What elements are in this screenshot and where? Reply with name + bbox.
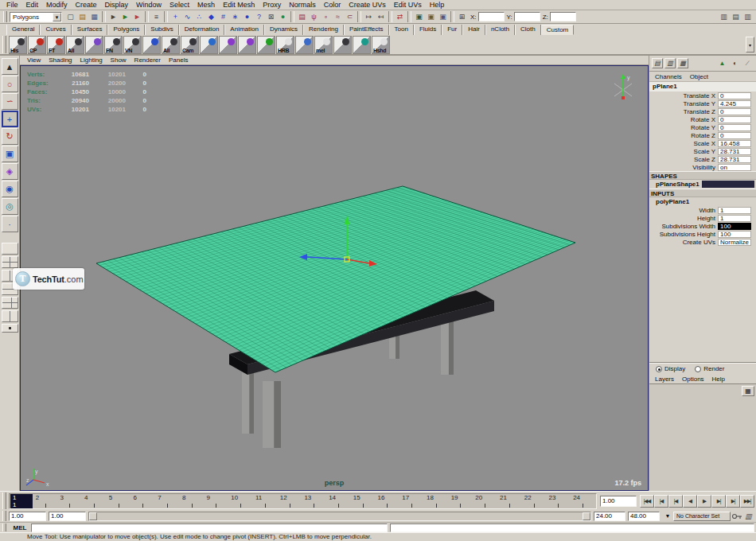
frame-tick[interactable]: 4	[83, 494, 107, 508]
menu-item[interactable]: Mesh	[193, 1, 219, 9]
snap-view-icon[interactable]: #	[217, 11, 229, 22]
channel-box-menu-item[interactable]: Channels	[651, 73, 686, 80]
shelf-item-ft[interactable]: FT	[47, 36, 65, 54]
shelf-tab[interactable]: Deformation	[179, 25, 225, 35]
paint-effects-icon[interactable]: ≈	[332, 11, 344, 22]
channel-label[interactable]: Scale Y	[649, 148, 718, 155]
layer-editor-menu-item[interactable]: Help	[708, 376, 729, 383]
step-back-frame-button[interactable]: |◀	[668, 495, 683, 508]
frame-tick[interactable]: 15	[352, 494, 376, 508]
channel-value-field[interactable]: 28.731	[718, 148, 751, 155]
channel-value-field[interactable]: 0	[718, 116, 751, 123]
layout-four-pane-button[interactable]	[2, 256, 18, 268]
shelf-tab[interactable]: Polygons	[107, 25, 145, 35]
channel-label[interactable]: Translate X	[649, 92, 718, 99]
select-tool[interactable]: ▲	[2, 58, 18, 75]
highlight-selection-icon[interactable]: ●	[277, 11, 289, 22]
shelf-item-play[interactable]	[257, 36, 275, 54]
shelf-grip[interactable]	[2, 36, 6, 53]
channel-sort-icon[interactable]: ▤	[652, 58, 663, 68]
shelf-item-sphere[interactable]	[85, 36, 103, 54]
menu-item[interactable]: Display	[101, 1, 133, 9]
input-connections-icon[interactable]: ↦	[363, 11, 375, 22]
channel-label[interactable]: Translate Y	[649, 100, 718, 107]
scale-tool[interactable]: ▣	[2, 146, 18, 162]
shelf-item-check[interactable]	[353, 36, 371, 54]
go-to-end-button[interactable]: ▶▶|	[740, 495, 754, 508]
chevron-down-icon[interactable]: ▼	[53, 13, 61, 21]
channel-value-field[interactable]: 0	[718, 124, 751, 131]
shape-node-name[interactable]: pPlaneShape1	[649, 180, 756, 189]
paint-select-tool[interactable]: ∽	[2, 93, 18, 110]
mel-command-input[interactable]	[31, 523, 388, 532]
animation-preferences-icon[interactable]: ▥	[742, 512, 754, 521]
channel-value-field[interactable]: 100	[718, 223, 751, 230]
shelf-tab[interactable]: Fur	[442, 25, 462, 35]
channel-label[interactable]: Subdivisions Height	[649, 231, 718, 238]
channel-hyperbolic-icon[interactable]: ▦	[677, 58, 688, 68]
frame-tick[interactable]: 24	[571, 494, 596, 508]
ipr-render-icon[interactable]: ▣	[425, 11, 437, 22]
command-line-grip[interactable]	[2, 523, 6, 531]
move-tool[interactable]: +	[2, 111, 18, 127]
shelf-tab[interactable]: Toon	[389, 25, 414, 35]
frame-tick[interactable]: 19	[450, 494, 474, 508]
character-set-selector[interactable]: No Character Set	[673, 512, 731, 521]
current-frame-indicator[interactable]: 11	[10, 494, 33, 508]
create-empty-layer-button[interactable]: ▦	[742, 386, 754, 396]
panel-menu-item[interactable]: Shading	[45, 56, 76, 64]
shelf-tab[interactable]: General	[6, 25, 40, 35]
go-to-start-button[interactable]: |◀◀	[640, 495, 654, 508]
frame-tick[interactable]: 9	[205, 494, 230, 508]
timeline-grip[interactable]	[2, 492, 6, 509]
step-forward-key-button[interactable]: ▶|	[726, 495, 740, 508]
menu-item[interactable]: Edit UVs	[390, 1, 426, 9]
attribute-editor-toggle-icon[interactable]: ▥	[718, 11, 730, 22]
menu-set-selector[interactable]: Polygons ▼	[10, 12, 62, 22]
shelf-tab[interactable]: Curves	[40, 25, 71, 35]
menu-item[interactable]: Edit	[22, 1, 43, 9]
range-grip[interactable]	[2, 511, 6, 521]
shelf-tab[interactable]: Dynamics	[264, 25, 303, 35]
range-bar[interactable]	[88, 512, 591, 521]
shelf-tab[interactable]: Rendering	[303, 25, 344, 35]
frame-tick[interactable]: 5	[107, 494, 132, 508]
channel-value-field[interactable]: 16.458	[718, 140, 751, 147]
new-scene-icon[interactable]: ▢	[64, 11, 76, 22]
channel-value-field[interactable]: 0	[718, 132, 751, 139]
tool-settings-toggle-icon[interactable]: ▤	[730, 11, 742, 22]
menu-item[interactable]: File	[2, 1, 22, 9]
statusline-grip[interactable]	[3, 11, 7, 22]
animation-start-field[interactable]	[9, 512, 46, 521]
menu-item[interactable]: Proxy	[259, 1, 285, 9]
panel-menu-item[interactable]: Renderer	[131, 56, 165, 64]
shelf-item-zigzag[interactable]	[333, 36, 352, 54]
shelf-item-hrb[interactable]: HRB	[276, 36, 294, 54]
channel-label[interactable]: Height	[649, 215, 718, 222]
shelf-tab[interactable]: Cloth	[515, 25, 541, 35]
universal-manipulator-tool[interactable]: ◈	[2, 163, 18, 180]
list-input-operations-icon[interactable]: ▤	[296, 11, 308, 22]
channel-label[interactable]: Width	[649, 207, 718, 214]
shelf-item-all-2[interactable]: All	[162, 36, 180, 54]
channel-label[interactable]: Translate Z	[649, 108, 718, 115]
frame-tick[interactable]: 3	[58, 494, 83, 508]
panel-menu-item[interactable]: Lighting	[76, 56, 107, 64]
play-backwards-button[interactable]: ◀	[683, 495, 697, 508]
channel-value-field[interactable]: 0	[718, 92, 751, 99]
channel-value-field[interactable]: 28.731	[718, 156, 751, 163]
panel-menu-item[interactable]: Panels	[165, 56, 192, 64]
play-forwards-button[interactable]: ▶	[697, 495, 711, 508]
viewport-3d-view[interactable]: yyxz Verts: 10681 10201 0 Edges: 21160 2…	[20, 65, 649, 491]
channel-value-field[interactable]: 1	[718, 207, 751, 214]
range-start-handle[interactable]	[89, 512, 97, 520]
shelf-tab[interactable]: nCloth	[485, 25, 515, 35]
step-forward-frame-button[interactable]: ▶|	[711, 495, 726, 508]
snap-plane-icon[interactable]: ◆	[205, 11, 217, 22]
frame-tick[interactable]: 17	[400, 494, 425, 508]
mute-channel-icon[interactable]: ◐	[729, 59, 741, 68]
magnet-constraint-icon[interactable]: ⊂	[344, 11, 356, 22]
step-back-key-button[interactable]: |◀	[654, 495, 668, 508]
last-tool[interactable]: ·	[2, 216, 18, 232]
shelf-item-fn[interactable]: FN	[104, 36, 123, 54]
